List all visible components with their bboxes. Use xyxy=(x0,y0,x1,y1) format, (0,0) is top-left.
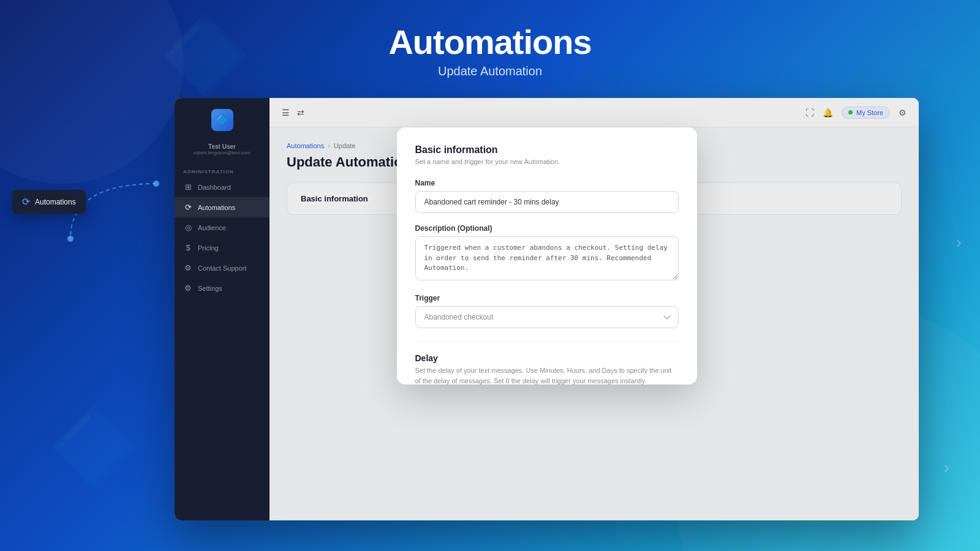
arrow-decoration-2: › xyxy=(956,233,962,252)
delay-subtitle: Set the delay of your text messages. Use… xyxy=(415,365,679,384)
modal: Basic information Set a name and trigger… xyxy=(397,127,697,384)
modal-title: Basic information xyxy=(415,144,679,156)
trigger-select[interactable]: Abandoned checkout New subscriber Order … xyxy=(415,306,679,328)
trigger-label: Trigger xyxy=(415,294,679,302)
dashed-arc xyxy=(34,178,168,251)
main-area: ☰ ⇄ ⛶ 🔔 My Store ⚙ Automations › Update … xyxy=(270,98,919,520)
delay-section: Delay Set the delay of your text message… xyxy=(415,353,679,384)
floating-icon: ⟳ xyxy=(22,196,30,208)
description-textarea[interactable] xyxy=(415,236,679,280)
arrow-decoration-1: › xyxy=(944,458,949,478)
description-label: Description (Optional) xyxy=(415,224,679,233)
modal-subtitle: Set a name and trigger for your new Auto… xyxy=(415,158,679,165)
delay-title: Delay xyxy=(415,353,679,363)
modal-overlay: Basic information Set a name and trigger… xyxy=(270,127,919,520)
floating-label: Automations xyxy=(35,198,76,206)
svg-point-1 xyxy=(67,236,74,242)
name-field-group: Name xyxy=(415,179,679,213)
main-title: Automations xyxy=(0,22,980,62)
svg-point-0 xyxy=(153,181,159,187)
name-label: Name xyxy=(415,179,679,187)
sub-title: Update Automation xyxy=(0,64,980,78)
modal-divider xyxy=(415,342,679,342)
trigger-field-group: Trigger Abandoned checkout New subscribe… xyxy=(415,294,679,328)
page-header: Automations Update Automation xyxy=(0,0,980,78)
description-field-group: Description (Optional) xyxy=(415,224,679,283)
browser-window: 🔷 Test User robert.ferguson@test.com ADM… xyxy=(175,98,919,520)
content-area: Automations › Update Update Automation B… xyxy=(270,127,919,520)
floating-automations-pill[interactable]: ⟳ Automations xyxy=(12,190,86,214)
name-input[interactable] xyxy=(415,191,679,213)
